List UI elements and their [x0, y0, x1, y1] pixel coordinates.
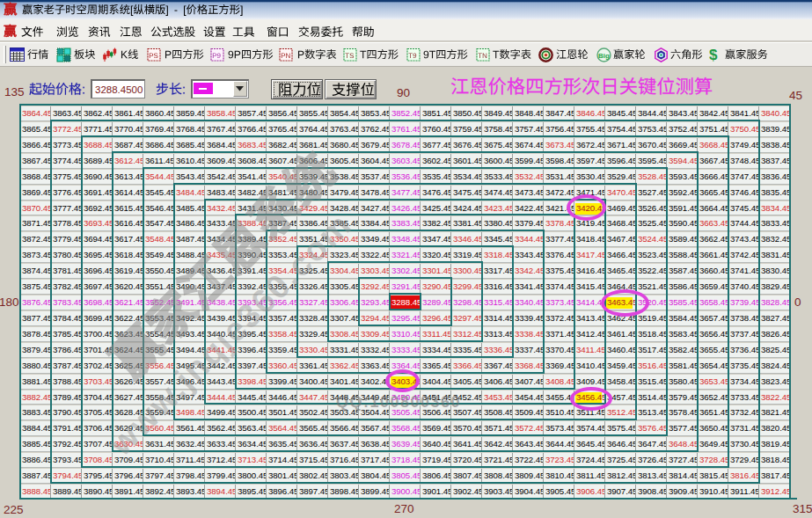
svg-text:Big: Big — [598, 52, 610, 60]
